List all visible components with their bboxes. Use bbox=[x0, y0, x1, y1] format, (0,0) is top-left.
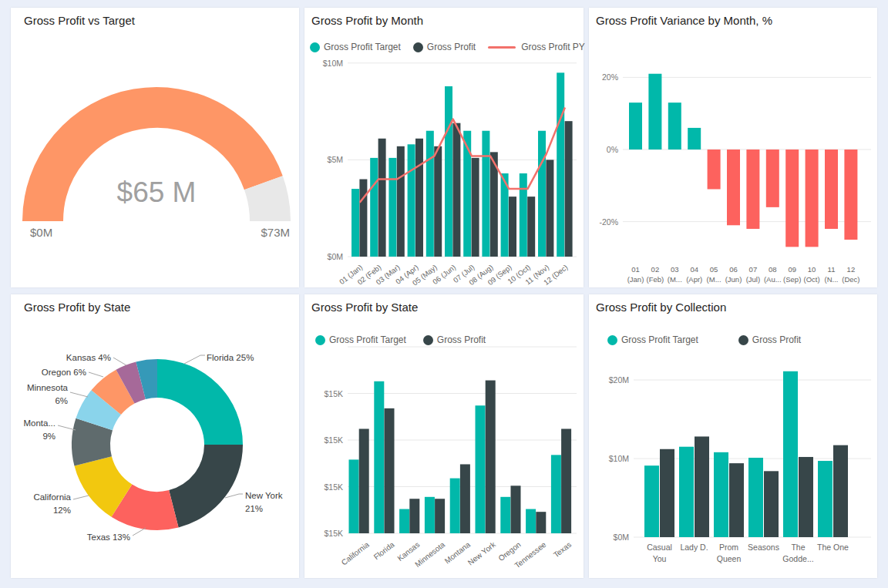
bar-gross-profit[interactable] bbox=[472, 158, 479, 257]
bar-gross-profit[interactable] bbox=[460, 464, 470, 533]
variance-bar-05[interactable] bbox=[708, 150, 721, 189]
bar-gross-profit-target[interactable] bbox=[644, 465, 659, 537]
x-tick-label: Prom bbox=[719, 543, 738, 552]
chart-title: Gross Profit by Collection bbox=[596, 301, 726, 314]
legend-item-gross-profit[interactable]: Gross Profit bbox=[413, 42, 476, 52]
gross-profit-by-state-donut-chart[interactable]: Florida 25%New York21%Texas 13%Californi… bbox=[11, 294, 299, 578]
bar-gross-profit[interactable] bbox=[434, 146, 442, 257]
legend-item-gross-profit-target[interactable]: Gross Profit Target bbox=[607, 334, 698, 345]
gauge-min-label: $0M bbox=[30, 226, 52, 239]
bar-gross-profit[interactable] bbox=[833, 445, 848, 537]
bar-gross-profit-target[interactable] bbox=[748, 458, 763, 537]
bar-gross-profit-target[interactable] bbox=[388, 158, 396, 257]
bar-gross-profit[interactable] bbox=[359, 428, 369, 533]
bar-gross-profit[interactable] bbox=[561, 428, 571, 533]
bar-gross-profit[interactable] bbox=[546, 160, 553, 257]
bar-gross-profit-target[interactable] bbox=[408, 144, 415, 257]
legend-swatch bbox=[310, 42, 320, 52]
bar-gross-profit-target[interactable] bbox=[520, 173, 527, 257]
bar-gross-profit[interactable] bbox=[378, 139, 386, 257]
bar-gross-profit-target[interactable] bbox=[370, 158, 378, 257]
legend-item-gross-profit-target[interactable]: Gross Profit Target bbox=[315, 334, 406, 345]
card-gross-profit-by-collection[interactable]: Gross Profit by Collection Gross Profit … bbox=[589, 294, 877, 578]
bar-gross-profit-target[interactable] bbox=[463, 131, 471, 257]
bar-gross-profit-target[interactable] bbox=[352, 189, 359, 257]
variance-bar-12[interactable] bbox=[844, 150, 857, 240]
variance-bar-04[interactable] bbox=[688, 128, 701, 150]
bar-gross-profit-target[interactable] bbox=[399, 509, 409, 533]
bar-gross-profit[interactable] bbox=[415, 139, 423, 257]
variance-bar-02[interactable] bbox=[648, 74, 661, 150]
y-tick-label: $15K bbox=[324, 482, 343, 492]
donut-slice-florida[interactable] bbox=[157, 359, 243, 445]
card-gross-profit-variance[interactable]: Gross Profit Variance by Month, % 20%0%-… bbox=[589, 8, 877, 287]
bar-gross-profit-target[interactable] bbox=[538, 131, 546, 257]
bar-gross-profit-target[interactable] bbox=[679, 447, 694, 537]
card-gross-profit-by-month[interactable]: Gross Profit by Month Gross Profit Targe… bbox=[304, 8, 584, 287]
bar-gross-profit[interactable] bbox=[397, 146, 405, 257]
bar-gross-profit-target[interactable] bbox=[426, 131, 434, 257]
bar-gross-profit[interactable] bbox=[729, 463, 744, 537]
card-gross-profit-by-state-donut[interactable]: Gross Profit by State Florida 25%New Yor… bbox=[11, 294, 299, 578]
bar-gross-profit-target[interactable] bbox=[450, 479, 460, 533]
bar-gross-profit-target[interactable] bbox=[783, 371, 798, 537]
legend-label: Gross Profit bbox=[427, 42, 476, 52]
bar-gross-profit-target[interactable] bbox=[374, 381, 384, 533]
bar-gross-profit[interactable] bbox=[452, 123, 460, 257]
bar-gross-profit-target[interactable] bbox=[445, 86, 452, 257]
bar-gross-profit-target[interactable] bbox=[818, 461, 832, 537]
x-tick-label: California bbox=[340, 540, 371, 567]
bar-gross-profit-target[interactable] bbox=[526, 509, 536, 533]
y-tick-label: $20M bbox=[609, 375, 629, 385]
bar-gross-profit-target[interactable] bbox=[551, 455, 561, 533]
variance-bar-01[interactable] bbox=[629, 102, 642, 150]
card-gross-profit-by-state-bars[interactable]: Gross Profit by State Gross Profit Targe… bbox=[304, 294, 584, 578]
label-leader-line bbox=[89, 372, 103, 377]
variance-bar-09[interactable] bbox=[785, 150, 799, 247]
y-tick-label: 20% bbox=[602, 72, 618, 82]
bar-gross-profit[interactable] bbox=[660, 449, 674, 537]
variance-bar-03[interactable] bbox=[668, 102, 681, 150]
bar-gross-profit-target[interactable] bbox=[714, 452, 728, 537]
variance-bar-08[interactable] bbox=[766, 150, 779, 207]
x-tick-label: 02 bbox=[651, 265, 660, 274]
bar-gross-profit[interactable] bbox=[536, 512, 546, 533]
donut-slice-new-york[interactable] bbox=[169, 445, 243, 528]
x-tick-label: Casual bbox=[647, 543, 672, 552]
legend-swatch bbox=[607, 335, 617, 345]
variance-bar-10[interactable] bbox=[806, 150, 819, 247]
legend-item-gross-profit-py[interactable]: Gross Profit PY bbox=[488, 42, 585, 52]
bar-gross-profit[interactable] bbox=[509, 197, 516, 257]
legend-swatch bbox=[315, 335, 325, 345]
card-gross-profit-vs-target[interactable]: Gross Profit vs Target $65 M$0M$73M bbox=[11, 8, 299, 287]
bar-gross-profit[interactable] bbox=[695, 436, 709, 537]
legend-item-gross-profit[interactable]: Gross Profit bbox=[423, 334, 486, 345]
x-tick-label: 03 bbox=[671, 265, 679, 274]
bar-gross-profit[interactable] bbox=[764, 471, 779, 537]
bar-gross-profit[interactable] bbox=[527, 197, 535, 257]
variance-bar-07[interactable] bbox=[746, 150, 759, 229]
bar-gross-profit[interactable] bbox=[486, 381, 496, 533]
x-tick-label: You bbox=[653, 554, 667, 563]
bar-gross-profit-target[interactable] bbox=[482, 131, 489, 257]
legend-label: Gross Profit PY bbox=[521, 42, 585, 52]
bar-gross-profit[interactable] bbox=[565, 121, 573, 257]
bar-gross-profit[interactable] bbox=[435, 499, 445, 533]
bar-gross-profit[interactable] bbox=[385, 408, 395, 533]
gauge-chart[interactable]: $65 M$0M$73M bbox=[11, 8, 299, 287]
bar-gross-profit-target[interactable] bbox=[476, 405, 486, 533]
variance-bar-06[interactable] bbox=[727, 150, 740, 225]
bar-gross-profit-target[interactable] bbox=[349, 459, 359, 533]
bar-gross-profit[interactable] bbox=[511, 486, 521, 533]
bar-gross-profit-target[interactable] bbox=[425, 497, 435, 533]
legend-item-gross-profit-target[interactable]: Gross Profit Target bbox=[310, 42, 401, 52]
bar-gross-profit-target[interactable] bbox=[500, 497, 510, 533]
bar-gross-profit[interactable] bbox=[799, 457, 813, 537]
y-tick-label: $15K bbox=[324, 389, 343, 398]
variance-bar-11[interactable] bbox=[825, 150, 838, 229]
bar-gross-profit[interactable] bbox=[359, 180, 367, 257]
variance-by-month-chart[interactable]: 20%0%-20%01(Jan)02(Feb)03(M...04(Apr)05(… bbox=[589, 8, 877, 287]
bar-gross-profit[interactable] bbox=[409, 499, 419, 533]
bar-gross-profit-target[interactable] bbox=[557, 72, 564, 257]
legend-item-gross-profit[interactable]: Gross Profit bbox=[738, 334, 801, 345]
